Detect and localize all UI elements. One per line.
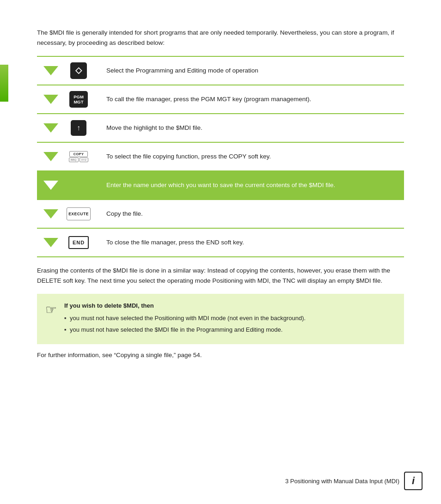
- note-item-1: you must not have selected the Positioni…: [64, 314, 306, 323]
- steps-section: ◇ Select the Programming and Editing mod…: [37, 56, 404, 257]
- erasing-paragraph: Erasing the contents of the $MDI file is…: [37, 266, 404, 285]
- note-title: If you wish to delete $MDI, then: [64, 301, 306, 311]
- step-text-5: Enter the name under which you want to s…: [92, 180, 404, 190]
- step-text-7: To close the file manager, press the END…: [92, 237, 404, 248]
- step-row-1: ◇ Select the Programming and Editing mod…: [37, 57, 404, 85]
- divider-8: [37, 256, 404, 257]
- step-arrow-7: [37, 238, 65, 247]
- arrow-down-icon-7: [43, 238, 58, 247]
- note-item-2: you must not have selected the $MDI file…: [64, 325, 306, 335]
- step-arrow-6: [37, 209, 65, 219]
- pgm-mgt-icon: PGM MGT: [69, 91, 88, 108]
- step-text-3: Move the highlight to the $MDI file.: [92, 123, 404, 133]
- left-accent-bar: [0, 65, 8, 102]
- step-arrow-2: [37, 95, 65, 104]
- copy-sublabel: BBQ XYZ: [69, 158, 88, 162]
- arrow-down-icon-5: [43, 181, 58, 190]
- step-row-2: PGM MGT To call the file manager, press …: [37, 85, 404, 113]
- note-box: ☞ If you wish to delete $MDI, then you m…: [37, 294, 404, 344]
- note-list: you must not have selected the Positioni…: [64, 314, 306, 335]
- page-label: 3 Positioning with Manual Data Input (MD…: [285, 478, 399, 485]
- arrow-down-icon-3: [43, 123, 58, 133]
- step-arrow-5: [37, 181, 65, 190]
- step-icon-col-2: PGM MGT: [65, 91, 92, 108]
- step-row-4: COPY BBQ XYZ To select the file copying …: [37, 143, 404, 170]
- arrow-down-icon-1: [43, 66, 58, 75]
- hand-pointing-icon: ☞: [45, 302, 57, 317]
- step-row-7: END To close the file manager, press the…: [37, 229, 404, 256]
- step-row-6: EXECUTE Copy the file.: [37, 200, 404, 228]
- intro-paragraph: The $MDI file is generally intended for …: [37, 28, 404, 48]
- page: The $MDI file is generally intended for …: [0, 0, 441, 504]
- step-icon-col-3: ↑: [65, 120, 92, 136]
- step-arrow-3: [37, 123, 65, 133]
- step-icon-col-6: EXECUTE: [65, 207, 92, 220]
- copy-label: COPY: [69, 151, 88, 157]
- arrow-down-icon-2: [43, 95, 58, 104]
- step-text-4: To select the file copying function, pre…: [92, 152, 404, 162]
- footer-reference: For further information, see “Copying a …: [37, 352, 404, 358]
- step-text-6: Copy the file.: [92, 209, 404, 219]
- step-icon-col-4: COPY BBQ XYZ: [65, 151, 92, 162]
- step-icon-col-7: END: [65, 236, 92, 249]
- step-text-1: Select the Programming and Editing mode …: [92, 66, 404, 76]
- execute-icon: EXECUTE: [67, 207, 91, 220]
- step-arrow-4: [37, 152, 65, 161]
- diamond-icon: ◇: [70, 62, 87, 79]
- info-icon: i: [412, 475, 415, 487]
- step-text-2: To call the file manager, press the PGM …: [92, 94, 404, 104]
- info-icon-box: i: [404, 472, 423, 490]
- step-row-3: ↑ Move the highlight to the $MDI file.: [37, 114, 404, 142]
- step-arrow-1: [37, 66, 65, 75]
- page-footer: 3 Positioning with Manual Data Input (MD…: [285, 472, 423, 490]
- arrow-down-icon-4: [43, 152, 58, 161]
- step-row-5: Enter the name under which you want to s…: [37, 171, 404, 199]
- copy-key-icon: COPY BBQ XYZ: [68, 151, 89, 162]
- arrow-up-icon: ↑: [71, 120, 86, 136]
- end-icon: END: [68, 236, 89, 249]
- note-content: If you wish to delete $MDI, then you mus…: [64, 301, 306, 336]
- arrow-down-icon-6: [43, 209, 58, 219]
- step-icon-col-1: ◇: [65, 62, 92, 79]
